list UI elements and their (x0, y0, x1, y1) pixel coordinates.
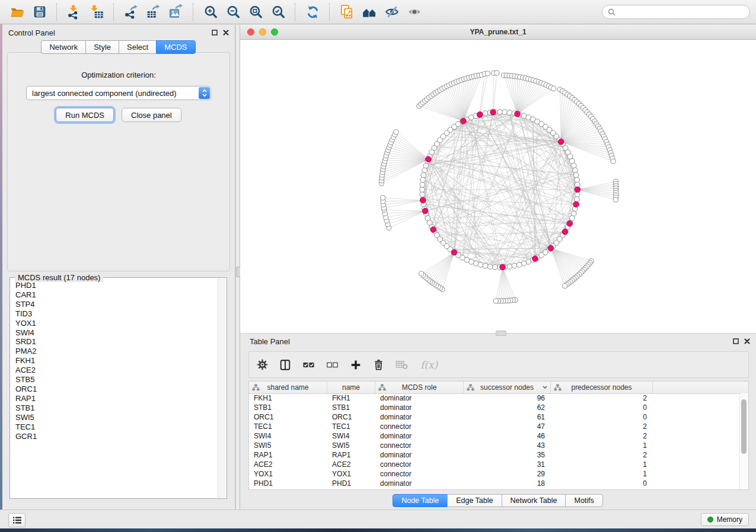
list-item[interactable]: TEC1 (11, 422, 218, 432)
table-row[interactable]: STB1STB1dominator620 (249, 403, 740, 412)
table-row[interactable]: SWI4SWI4dominator462 (249, 431, 740, 441)
deselect-all-icon (326, 359, 339, 371)
table-row[interactable]: FKH1FKH1dominator962 (249, 393, 740, 403)
add-row-button[interactable] (350, 359, 362, 371)
table-row[interactable]: RAP1RAP1dominator352 (249, 450, 740, 460)
open-file-button[interactable] (6, 2, 28, 22)
column-header[interactable]: shared name (249, 382, 327, 393)
select-all-button[interactable] (302, 359, 315, 371)
float-panel-icon[interactable] (733, 336, 739, 347)
table-row[interactable]: ACE2ACE2connector311 (249, 460, 740, 469)
export-image-icon (168, 4, 184, 20)
list-item[interactable]: SWI4 (11, 328, 218, 338)
control-panel-title: Control Panel (2, 28, 55, 37)
zoom-out-button[interactable] (222, 2, 244, 22)
table-row[interactable]: YOX1YOX1connector291 (249, 469, 740, 479)
tab-motifs[interactable]: Motifs (565, 494, 602, 507)
network-window-titlebar[interactable]: YPA_prune.txt_1 (240, 25, 756, 40)
node-table: shared namenameMCDS rolesuccessor nodesp… (248, 381, 749, 490)
tab-edge-table[interactable]: Edge Table (447, 494, 502, 507)
import-network-button[interactable] (63, 2, 85, 22)
horizontal-splitter-grip[interactable] (496, 331, 506, 336)
close-panel-icon[interactable] (744, 336, 750, 347)
tab-network[interactable]: Network (41, 40, 86, 54)
list-icon (12, 516, 22, 524)
list-item[interactable]: FKH1 (11, 356, 218, 366)
import-table-button[interactable] (85, 2, 108, 22)
network-canvas[interactable] (240, 40, 756, 333)
table-row[interactable]: PHD1PHD1dominator180 (249, 479, 740, 488)
list-item[interactable]: RAP1 (11, 394, 218, 403)
list-item[interactable]: CAR1 (11, 290, 218, 300)
delete-row-button[interactable] (373, 359, 384, 370)
run-mcds-button[interactable]: Run MCDS (56, 108, 114, 122)
mcds-result-box: MCDS result (17 nodes) PHD1CAR1STP4TID3Y… (9, 277, 227, 499)
table-row[interactable]: ORC1ORC1dominator610 (249, 412, 740, 422)
column-header[interactable]: MCDS role (375, 382, 464, 393)
zoom-out-icon (226, 5, 241, 20)
column-header[interactable]: name (327, 382, 375, 393)
select-all-icon (302, 359, 315, 371)
zoom-in-button[interactable] (199, 2, 222, 22)
mcds-result-list: PHD1CAR1STP4TID3YOX1SWI4SRD1PMA2FKH1ACE2… (11, 281, 218, 498)
list-item[interactable]: STB1 (11, 403, 218, 413)
optimization-select[interactable]: largest connected component (undirected) (26, 86, 211, 100)
apply-function-button[interactable]: f(x) (419, 358, 439, 371)
export-image-button[interactable] (165, 2, 187, 22)
table-panel-title: Table Panel (240, 337, 290, 346)
show-columns-button[interactable] (279, 359, 291, 371)
column-header[interactable]: predecessor nodes (551, 382, 653, 393)
deselect-all-button[interactable] (326, 359, 339, 371)
export-table-button[interactable] (142, 2, 165, 22)
list-item[interactable]: PMA2 (11, 347, 218, 356)
save-session-button[interactable] (28, 2, 51, 22)
tab-style[interactable]: Style (85, 40, 119, 54)
zoom-fit-button[interactable] (244, 2, 267, 22)
new-network-from-selection-button[interactable] (336, 2, 358, 22)
table-row[interactable]: TEC1TEC1connector472 (249, 422, 740, 431)
column-header[interactable]: successor nodes (464, 382, 551, 393)
tab-select[interactable]: Select (119, 40, 157, 54)
list-item[interactable]: ACE2 (11, 366, 218, 375)
table-row[interactable]: SWI5SWI5connector431 (249, 441, 740, 450)
show-all-button[interactable] (403, 2, 426, 22)
vertical-splitter[interactable] (235, 25, 240, 509)
tab-mcds[interactable]: MCDS (156, 40, 195, 54)
list-item[interactable]: GCR1 (11, 432, 218, 441)
zoom-selected-button[interactable] (267, 2, 289, 22)
tab-node-table[interactable]: Node Table (393, 494, 448, 507)
list-item[interactable]: SRD1 (11, 337, 218, 347)
task-history-button[interactable] (8, 513, 25, 527)
search-icon (608, 8, 615, 16)
export-network-button[interactable] (120, 2, 142, 22)
hide-selected-button[interactable] (381, 2, 403, 22)
refresh-button[interactable] (301, 2, 324, 22)
close-panel-icon[interactable] (223, 27, 229, 38)
float-panel-icon[interactable] (212, 27, 218, 38)
close-panel-button[interactable]: Close panel (122, 108, 181, 122)
list-item[interactable]: PHD1 (11, 281, 218, 290)
clear-table-icon (395, 358, 408, 371)
zoom-fit-icon (248, 5, 263, 20)
list-item[interactable]: TID3 (11, 309, 218, 319)
list-item[interactable]: YOX1 (11, 319, 218, 328)
list-item[interactable]: ORC1 (11, 384, 218, 394)
table-settings-button[interactable] (257, 359, 268, 370)
zoom-in-icon (203, 5, 218, 20)
tab-network-table[interactable]: Network Table (502, 494, 566, 507)
memory-button[interactable]: Memory (701, 513, 749, 526)
list-item[interactable]: STB5 (11, 375, 218, 384)
clear-table-button[interactable] (395, 358, 408, 371)
list-item[interactable]: STP4 (11, 300, 218, 309)
function-icon: f(x) (419, 358, 439, 371)
result-list-scrollbar[interactable] (218, 278, 226, 498)
table-body: FKH1FKH1dominator962STB1STB1dominator620… (249, 393, 740, 489)
control-panel-header: Control Panel (2, 25, 235, 40)
optimization-value: largest connected component (undirected) (27, 89, 177, 98)
list-item[interactable]: SWI5 (11, 413, 218, 422)
table-scrollbar-thumb[interactable] (741, 399, 747, 454)
first-neighbors-button[interactable] (358, 2, 381, 22)
table-scrollbar[interactable] (739, 393, 748, 489)
search-input[interactable] (619, 7, 744, 17)
network-graph[interactable] (240, 40, 756, 334)
